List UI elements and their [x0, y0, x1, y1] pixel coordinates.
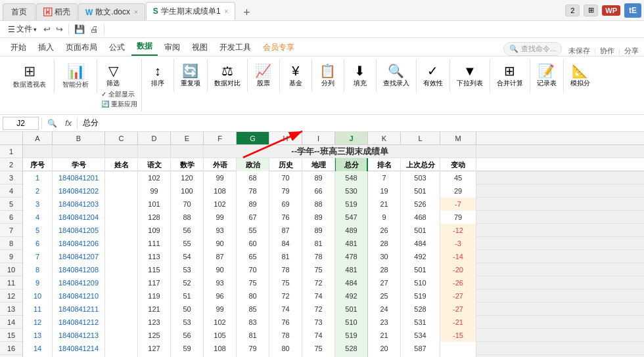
cell[interactable]: [105, 276, 138, 289]
cell[interactable]: 69: [269, 198, 302, 211]
cell[interactable]: 481: [335, 237, 368, 250]
cell[interactable]: 89: [302, 171, 335, 184]
cell[interactable]: 528: [335, 342, 368, 355]
cell[interactable]: 1840841212: [53, 316, 105, 329]
cell[interactable]: 74: [302, 329, 335, 342]
cell[interactable]: 26: [368, 224, 401, 237]
row-header-8[interactable]: 8: [0, 237, 23, 250]
cell[interactable]: 1840841206: [53, 237, 105, 250]
cell[interactable]: 75: [269, 276, 302, 289]
cell[interactable]: 11: [23, 303, 53, 316]
cell[interactable]: 125: [138, 329, 171, 342]
record-btn[interactable]: 📝 记录表: [534, 62, 559, 89]
cell[interactable]: 4: [23, 211, 53, 224]
cell[interactable]: 29: [440, 184, 476, 198]
cell[interactable]: 25: [368, 289, 401, 303]
cell[interactable]: 105: [204, 329, 237, 342]
cell[interactable]: 3: [23, 198, 53, 211]
cell[interactable]: 1840841214: [53, 342, 105, 355]
cell[interactable]: 531: [401, 316, 440, 329]
ribbon-tab-formula[interactable]: 公式: [104, 39, 130, 56]
action-collab[interactable]: 协作: [600, 46, 614, 56]
cell[interactable]: 108: [204, 342, 237, 355]
cell[interactable]: [105, 237, 138, 250]
cell-g2[interactable]: 政治: [237, 158, 269, 171]
cell[interactable]: 65: [237, 250, 269, 263]
cell[interactable]: [105, 342, 138, 355]
cell[interactable]: [105, 171, 138, 184]
cell[interactable]: 80: [237, 289, 269, 303]
cell[interactable]: 13: [23, 329, 53, 342]
cell[interactable]: 119: [138, 289, 171, 303]
cell-e2[interactable]: 数学: [171, 158, 204, 171]
row-header-16[interactable]: 16: [0, 342, 23, 355]
ribbon-tab-devtools[interactable]: 开发工具: [214, 39, 256, 56]
cell[interactable]: 123: [138, 316, 171, 329]
cell-a2[interactable]: 序号: [23, 158, 53, 171]
cell[interactable]: -21: [440, 316, 476, 329]
cell[interactable]: -12: [440, 224, 476, 237]
col-header-h[interactable]: H: [269, 132, 302, 144]
analysis-btn[interactable]: 📊 智能分析: [58, 62, 93, 91]
cell[interactable]: 128: [138, 211, 171, 224]
col-header-b[interactable]: B: [53, 132, 105, 144]
col-header-e[interactable]: E: [171, 132, 204, 144]
action-share[interactable]: 分享: [624, 46, 639, 56]
cell[interactable]: 50: [171, 303, 204, 316]
cell[interactable]: 72: [302, 276, 335, 289]
cell[interactable]: [440, 342, 476, 355]
cell[interactable]: -14: [440, 250, 476, 263]
row-header-11[interactable]: 11: [0, 276, 23, 289]
cell[interactable]: [105, 211, 138, 224]
cell[interactable]: 90: [204, 237, 237, 250]
action-save[interactable]: 未保存: [568, 46, 590, 56]
cell[interactable]: 587: [401, 342, 440, 355]
cell[interactable]: 7: [23, 250, 53, 263]
cell[interactable]: 9: [23, 276, 53, 289]
tab-daoke[interactable]: 🅆 稻壳: [36, 3, 78, 20]
cell[interactable]: 109: [138, 224, 171, 237]
tab-doc[interactable]: W 散文.docx ×: [78, 3, 145, 20]
cell[interactable]: 5: [23, 224, 53, 237]
cell[interactable]: [105, 224, 138, 237]
row-header-13[interactable]: 13: [0, 303, 23, 316]
cell[interactable]: 102: [204, 198, 237, 211]
cell[interactable]: 81: [269, 250, 302, 263]
cell[interactable]: [105, 184, 138, 198]
cell[interactable]: [105, 289, 138, 303]
cell[interactable]: 1840841205: [53, 224, 105, 237]
cell[interactable]: 79: [440, 211, 476, 224]
cell[interactable]: 78: [302, 250, 335, 263]
cell[interactable]: 76: [269, 316, 302, 329]
cell[interactable]: 70: [171, 198, 204, 211]
cell[interactable]: 88: [302, 198, 335, 211]
pivot-table-btn[interactable]: ⊞ 数据透视表: [9, 62, 50, 91]
cell[interactable]: 90: [204, 263, 237, 276]
cell[interactable]: 121: [138, 303, 171, 316]
cell[interactable]: 99: [204, 171, 237, 184]
cell-k2[interactable]: 排名: [368, 158, 401, 171]
cell[interactable]: 67: [237, 211, 269, 224]
row-header-15[interactable]: 15: [0, 329, 23, 342]
cell[interactable]: 51: [171, 289, 204, 303]
cell[interactable]: 55: [171, 237, 204, 250]
cell[interactable]: 501: [401, 184, 440, 198]
cell[interactable]: [105, 250, 138, 263]
cell[interactable]: 1840841211: [53, 303, 105, 316]
cell[interactable]: 75: [302, 342, 335, 355]
cell[interactable]: 24: [368, 303, 401, 316]
ribbon-tab-view[interactable]: 视图: [187, 39, 213, 56]
cell[interactable]: 55: [237, 224, 269, 237]
duplicate-btn[interactable]: 🔄 重复项: [178, 62, 203, 89]
cell[interactable]: 510: [401, 276, 440, 289]
cell[interactable]: 100: [171, 184, 204, 198]
cell[interactable]: 45: [440, 171, 476, 184]
cell[interactable]: 99: [204, 211, 237, 224]
ribbon-tab-vip[interactable]: 会员专享: [258, 39, 300, 56]
cell[interactable]: 30: [368, 250, 401, 263]
cell[interactable]: 501: [335, 303, 368, 316]
sort-btn[interactable]: ↕ 排序: [146, 62, 170, 89]
cell[interactable]: 9: [368, 211, 401, 224]
ribbon-tab-review[interactable]: 审阅: [159, 39, 185, 56]
cell[interactable]: 1840841208: [53, 263, 105, 276]
